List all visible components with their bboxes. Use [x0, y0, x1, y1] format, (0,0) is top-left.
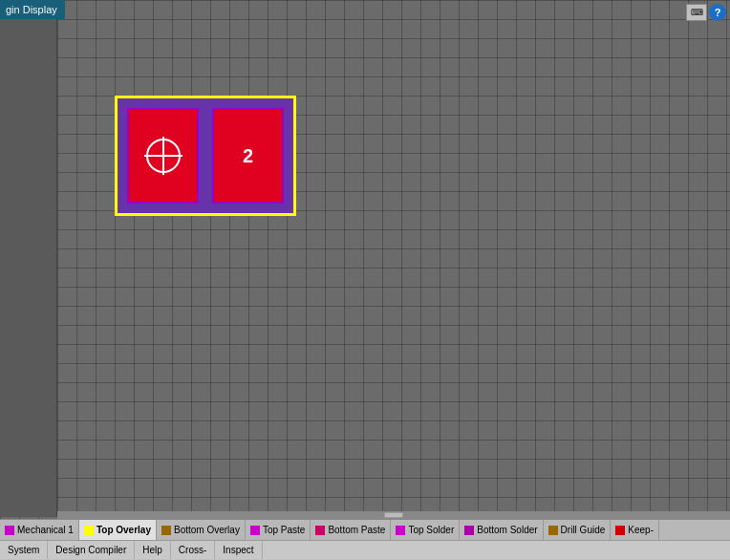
menu-cross-label: Cross-: [179, 545, 206, 555]
tab-mechanical[interactable]: Mechanical 1: [0, 520, 79, 540]
tab-keep-out[interactable]: Keep-: [611, 520, 659, 540]
top-overlay-color: [84, 526, 94, 535]
panel-label-text: gin Display: [6, 4, 57, 15]
drill-guide-label: Drill Guide: [561, 525, 606, 535]
keyboard-icon-button[interactable]: ⌨: [686, 4, 707, 21]
menu-help-label: Help: [142, 545, 162, 555]
top-paste-color: [250, 526, 260, 535]
pad-1[interactable]: [127, 108, 199, 204]
keyboard-icon: ⌨: [691, 8, 703, 17]
mechanical-color: [5, 526, 14, 535]
layer-tabs-row: Mechanical 1 Top Overlay Bottom Overlay …: [0, 519, 730, 540]
mechanical-label: Mechanical 1: [17, 525, 74, 535]
horizontal-scrollbar[interactable]: [57, 511, 730, 519]
menu-system[interactable]: System: [0, 541, 48, 559]
tab-bottom-paste[interactable]: Bottom Paste: [311, 520, 391, 540]
top-overlay-label: Top Overlay: [97, 525, 151, 535]
tab-drill-guide[interactable]: Drill Guide: [544, 520, 612, 540]
top-right-toolbar: ⌨ ?: [686, 4, 726, 21]
help-button[interactable]: ?: [709, 4, 726, 21]
tab-bottom-solder[interactable]: Bottom Solder: [460, 520, 543, 540]
menu-help[interactable]: Help: [135, 541, 171, 559]
bottom-solder-color: [464, 526, 474, 535]
menu-system-label: System: [8, 545, 39, 555]
tab-bottom-overlay[interactable]: Bottom Overlay: [157, 520, 246, 540]
layer-tabs-bar: Mechanical 1 Top Overlay Bottom Overlay …: [0, 519, 730, 560]
menu-design-compiler[interactable]: Design Compiler: [48, 541, 135, 559]
crosshair-symbol: [144, 137, 182, 175]
top-solder-color: [396, 526, 405, 535]
left-panel: [0, 0, 57, 517]
menu-inspect[interactable]: Inspect: [215, 541, 262, 559]
component-group: 2: [115, 96, 296, 216]
bottom-overlay-label: Bottom Overlay: [174, 525, 240, 535]
pad-2-label: 2: [243, 145, 253, 167]
bottom-solder-label: Bottom Solder: [477, 525, 537, 535]
top-paste-label: Top Paste: [263, 525, 305, 535]
menu-row: System Design Compiler Help Cross- Inspe…: [0, 540, 730, 559]
tab-top-overlay[interactable]: Top Overlay: [79, 520, 157, 540]
menu-inspect-label: Inspect: [223, 545, 253, 555]
bottom-paste-label: Bottom Paste: [328, 525, 385, 535]
help-icon: ?: [715, 7, 721, 18]
menu-cross[interactable]: Cross-: [171, 541, 215, 559]
tab-top-paste[interactable]: Top Paste: [246, 520, 311, 540]
canvas-area[interactable]: 2: [57, 0, 730, 516]
bottom-paste-color: [315, 526, 325, 535]
pad-2[interactable]: 2: [212, 108, 284, 204]
keep-out-label: Keep-: [628, 525, 654, 535]
top-solder-label: Top Solder: [408, 525, 454, 535]
tab-top-solder[interactable]: Top Solder: [391, 520, 460, 540]
panel-label: gin Display: [0, 0, 65, 19]
drill-guide-color: [548, 526, 558, 535]
bottom-overlay-color: [161, 526, 171, 535]
scrollbar-thumb[interactable]: [384, 512, 403, 518]
menu-design-compiler-label: Design Compiler: [55, 545, 126, 555]
keep-out-color: [615, 526, 625, 535]
crosshair-vertical: [162, 137, 164, 175]
